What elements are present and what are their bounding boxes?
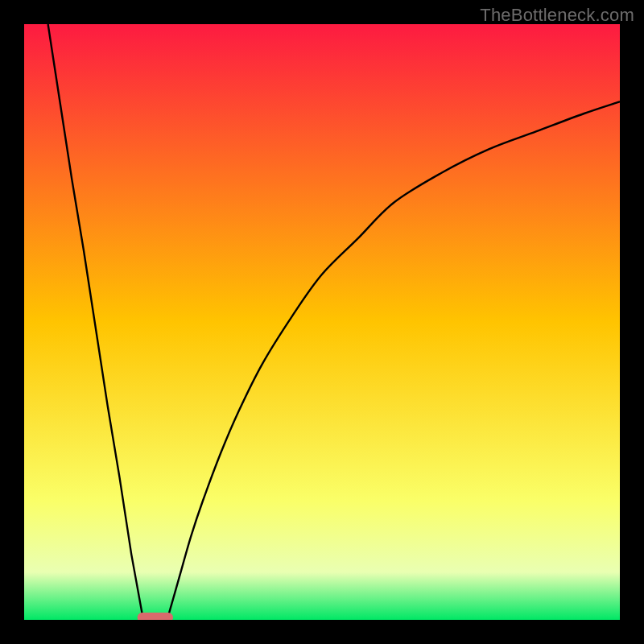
watermark-text: TheBottleneck.com [480, 5, 634, 26]
gradient-background [24, 24, 620, 620]
chart-svg [24, 24, 620, 620]
minimum-marker [138, 613, 173, 620]
plot-area [24, 24, 620, 620]
chart-frame: TheBottleneck.com [0, 0, 644, 644]
